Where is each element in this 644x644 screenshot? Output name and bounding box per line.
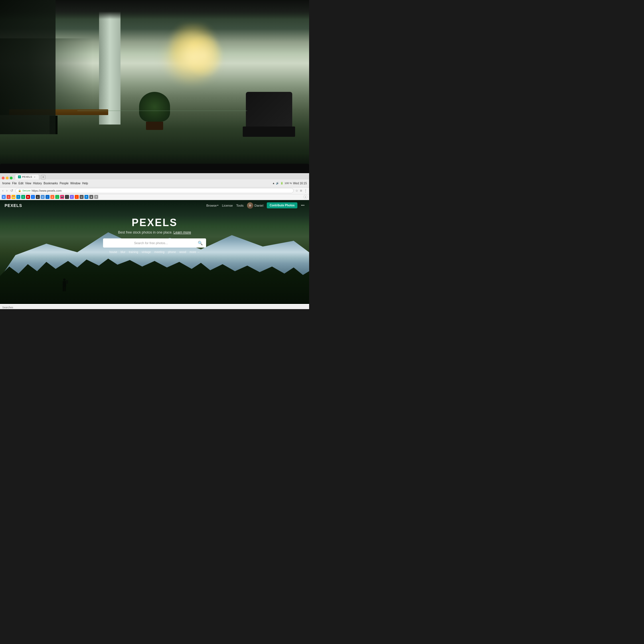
chair-back: [246, 92, 292, 127]
window-light-2: [185, 35, 223, 77]
menu-people[interactable]: People: [60, 182, 68, 185]
wifi-icon: ▲: [272, 182, 275, 185]
menu-file[interactable]: File: [12, 182, 17, 185]
tag-vintage[interactable]: vintage: [142, 250, 151, 254]
forward-button[interactable]: ›: [6, 189, 8, 193]
screen-content: P PEXELS × + hrome File Edit View Histor…: [0, 173, 309, 309]
new-tab-button[interactable]: +: [41, 175, 46, 179]
tools-nav-link[interactable]: Tools: [236, 204, 244, 207]
window-controls: [2, 177, 13, 179]
bookmark-4[interactable]: T: [16, 195, 20, 199]
bookmark-2[interactable]: G: [7, 195, 11, 199]
bookmark-14[interactable]: ⬛: [65, 195, 69, 199]
bookmarks-bar: M G 📅 T ◎ ▶ f in W ▷ A ♪ 📷 ⬛ P r M ⊞ ■ ★: [0, 194, 309, 200]
hero-content: PEXELS Best free stock photos in one pla…: [0, 211, 309, 258]
search-bar[interactable]: Search for free photos... 🔍: [103, 238, 206, 248]
tab-favicon: P: [18, 175, 21, 178]
back-button[interactable]: ‹: [2, 189, 4, 193]
menu-view[interactable]: View: [25, 182, 31, 185]
menu-bookmarks[interactable]: Bookmarks: [44, 182, 58, 185]
bookmark-18[interactable]: ⊞: [84, 195, 88, 199]
browser-menu-bar: hrome File Edit View History Bookmarks P…: [0, 179, 309, 187]
bookmark-15[interactable]: P: [70, 195, 74, 199]
license-nav-link[interactable]: License: [222, 204, 233, 207]
browse-nav-link[interactable]: Browse ▾: [206, 204, 219, 207]
status-text: Searches: [2, 306, 13, 309]
menu-window[interactable]: Window: [70, 182, 81, 185]
bookmark-9[interactable]: W: [41, 195, 45, 199]
more-options-icon[interactable]: ⋮: [304, 189, 307, 193]
plant-foliage: [139, 92, 170, 121]
search-tags: house blur training vintage meeting phon…: [5, 250, 305, 254]
secure-icon: 🔒: [18, 189, 21, 192]
bookmark-11[interactable]: A: [50, 195, 54, 199]
battery-percent: 100 %: [285, 182, 292, 185]
license-label: License: [222, 204, 233, 207]
site-subtitle: Best free stock photos in one place. Lea…: [5, 230, 305, 234]
left-wall: [0, 0, 56, 134]
bookmark-5[interactable]: ◎: [21, 195, 25, 199]
bookmark-1[interactable]: M: [2, 195, 6, 199]
maximize-window-button[interactable]: [10, 177, 13, 179]
bookmark-10[interactable]: ▷: [46, 195, 50, 199]
tools-label: Tools: [236, 204, 244, 207]
system-icons: ▲ 🔊 🔋 100 % Wed 16:15: [272, 182, 307, 185]
url-text: https://www.pexels.com: [32, 189, 62, 192]
username: Daniel: [254, 204, 263, 207]
tag-meeting[interactable]: meeting: [154, 250, 165, 254]
chair-container: [238, 92, 300, 149]
menu-help[interactable]: Help: [82, 182, 88, 185]
hero-person: [62, 278, 67, 291]
bookmark-8[interactable]: in: [36, 195, 40, 199]
bookmark-13[interactable]: 📷: [60, 195, 64, 199]
minimize-window-button[interactable]: [6, 177, 9, 179]
extensions-icon: ⊞: [300, 189, 302, 192]
menu-edit[interactable]: Edit: [18, 182, 23, 185]
tag-house[interactable]: house: [109, 250, 117, 254]
tag-phone[interactable]: phone: [168, 250, 176, 254]
close-window-button[interactable]: [2, 177, 5, 179]
status-bar: Searches: [0, 305, 309, 309]
tag-blur[interactable]: blur: [120, 250, 125, 254]
search-placeholder: Search for free photos...: [106, 241, 195, 245]
bookmark-19[interactable]: ■: [89, 195, 93, 199]
url-bar[interactable]: 🔒 Secure https://www.pexels.com: [15, 188, 294, 193]
browse-chevron-icon: ▾: [217, 204, 218, 207]
bookmark-star-icon[interactable]: ☆: [295, 189, 298, 193]
bookmark-7[interactable]: f: [31, 195, 35, 199]
bookmark-6[interactable]: ▶: [26, 195, 30, 199]
volume-icon: 🔊: [276, 182, 279, 185]
browser-tab[interactable]: P PEXELS ×: [15, 174, 39, 179]
clock: Wed 16:15: [293, 182, 307, 185]
plant-container: [139, 92, 170, 134]
pexels-website: PEXELS Browse ▾ License Tools D Daniel C…: [0, 200, 309, 304]
bookmark-12[interactable]: ♪: [55, 195, 59, 199]
learn-more-link[interactable]: Learn more: [173, 230, 191, 234]
bookmark-3[interactable]: 📅: [11, 195, 15, 199]
user-section: D Daniel: [247, 202, 263, 209]
user-avatar: D: [247, 202, 253, 209]
bookmark-more[interactable]: ×: [303, 195, 307, 199]
tag-wood[interactable]: wood: [179, 250, 186, 254]
address-bar-row: ‹ › ↺ 🔒 Secure https://www.pexels.com ☆ …: [0, 187, 309, 194]
nav-more-icon[interactable]: •••: [301, 204, 305, 208]
plant-pot: [146, 122, 163, 130]
tag-training[interactable]: training: [129, 250, 138, 254]
office-background: [0, 0, 309, 192]
menu-history[interactable]: History: [33, 182, 42, 185]
menu-chrome: hrome: [2, 182, 10, 185]
bookmark-16[interactable]: r: [75, 195, 79, 199]
window-glow: [170, 23, 216, 71]
contribute-photos-button[interactable]: Contribute Photos: [267, 202, 297, 208]
chair-seat: [243, 127, 295, 137]
site-title: PEXELS: [5, 217, 305, 229]
bookmark-20[interactable]: ★: [94, 195, 98, 199]
person-backpack: [66, 280, 68, 284]
bookmark-17[interactable]: M: [80, 195, 84, 199]
search-icon[interactable]: 🔍: [198, 241, 203, 245]
pexels-logo: PEXELS: [5, 203, 22, 208]
reload-button[interactable]: ↺: [10, 189, 14, 193]
tab-close-button[interactable]: ×: [33, 175, 36, 178]
tag-more[interactable]: more →: [189, 250, 200, 254]
pexels-nav: PEXELS Browse ▾ License Tools D Daniel C…: [0, 200, 309, 211]
